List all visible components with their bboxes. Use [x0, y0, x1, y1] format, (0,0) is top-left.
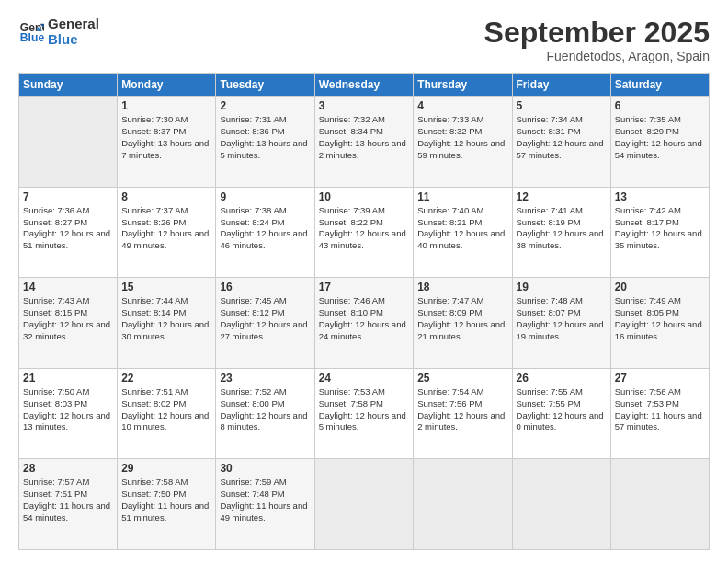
day-info: Sunrise: 7:41 AMSunset: 8:19 PMDaylight:… — [517, 205, 607, 252]
day-info: Sunrise: 7:30 AMSunset: 8:37 PMDaylight:… — [121, 114, 211, 161]
table-row: 11Sunrise: 7:40 AMSunset: 8:21 PMDayligh… — [414, 187, 512, 278]
day-info: Sunrise: 7:40 AMSunset: 8:21 PMDaylight:… — [417, 205, 507, 252]
day-number: 28 — [23, 462, 113, 475]
day-info: Sunrise: 7:34 AMSunset: 8:31 PMDaylight:… — [517, 114, 607, 161]
logo-blue: Blue — [48, 32, 99, 48]
day-info: Sunrise: 7:52 AMSunset: 8:00 PMDaylight:… — [220, 386, 310, 433]
day-number: 4 — [417, 99, 507, 112]
day-number: 10 — [319, 190, 410, 203]
day-number: 30 — [220, 462, 310, 475]
day-number: 13 — [615, 190, 705, 203]
weekday-header-row: Sunday Monday Tuesday Wednesday Thursday… — [19, 74, 710, 97]
table-row: 2Sunrise: 7:31 AMSunset: 8:36 PMDaylight… — [216, 97, 314, 188]
header-sunday: Sunday — [19, 74, 118, 97]
table-row: 15Sunrise: 7:44 AMSunset: 8:14 PMDayligh… — [118, 278, 216, 369]
day-info: Sunrise: 7:59 AMSunset: 7:48 PMDaylight:… — [220, 477, 310, 523]
day-info: Sunrise: 7:48 AMSunset: 8:07 PMDaylight:… — [517, 295, 607, 342]
table-row: 28Sunrise: 7:57 AMSunset: 7:51 PMDayligh… — [19, 459, 118, 550]
table-row: 5Sunrise: 7:34 AMSunset: 8:31 PMDaylight… — [512, 97, 610, 188]
day-number: 16 — [220, 281, 310, 293]
day-info: Sunrise: 7:56 AMSunset: 7:53 PMDaylight:… — [615, 386, 705, 433]
day-number: 1 — [121, 99, 211, 112]
day-number: 9 — [220, 190, 310, 203]
table-row: 1Sunrise: 7:30 AMSunset: 8:37 PMDaylight… — [118, 97, 216, 188]
day-info: Sunrise: 7:55 AMSunset: 7:55 PMDaylight:… — [517, 386, 607, 433]
table-row — [512, 459, 610, 550]
svg-text:Blue: Blue — [20, 31, 44, 44]
day-number: 7 — [23, 190, 113, 203]
day-info: Sunrise: 7:46 AMSunset: 8:10 PMDaylight:… — [319, 295, 410, 342]
day-number: 2 — [220, 99, 310, 112]
table-row: 24Sunrise: 7:53 AMSunset: 7:58 PMDayligh… — [314, 368, 414, 459]
header-monday: Monday — [118, 74, 216, 97]
logo-icon: General Blue — [18, 19, 44, 45]
day-number: 6 — [615, 99, 705, 112]
day-number: 23 — [220, 372, 310, 385]
table-row: 13Sunrise: 7:42 AMSunset: 8:17 PMDayligh… — [610, 187, 709, 278]
calendar-week-row: 14Sunrise: 7:43 AMSunset: 8:15 PMDayligh… — [19, 278, 710, 369]
logo: General Blue General Blue — [18, 17, 99, 47]
day-info: Sunrise: 7:38 AMSunset: 8:24 PMDaylight:… — [220, 205, 310, 252]
calendar-page: General Blue General Blue September 2025… — [0, 0, 728, 563]
header-thursday: Thursday — [414, 74, 512, 97]
day-info: Sunrise: 7:58 AMSunset: 7:50 PMDaylight:… — [121, 477, 211, 523]
table-row: 25Sunrise: 7:54 AMSunset: 7:56 PMDayligh… — [414, 368, 512, 459]
table-row: 8Sunrise: 7:37 AMSunset: 8:26 PMDaylight… — [118, 187, 216, 278]
header-tuesday: Tuesday — [216, 74, 314, 97]
table-row: 29Sunrise: 7:58 AMSunset: 7:50 PMDayligh… — [118, 459, 216, 550]
header-friday: Friday — [512, 74, 610, 97]
day-info: Sunrise: 7:43 AMSunset: 8:15 PMDaylight:… — [23, 295, 113, 342]
header-saturday: Saturday — [610, 74, 709, 97]
table-row: 16Sunrise: 7:45 AMSunset: 8:12 PMDayligh… — [216, 278, 314, 369]
table-row: 18Sunrise: 7:47 AMSunset: 8:09 PMDayligh… — [414, 278, 512, 369]
day-info: Sunrise: 7:42 AMSunset: 8:17 PMDaylight:… — [615, 205, 705, 252]
table-row: 14Sunrise: 7:43 AMSunset: 8:15 PMDayligh… — [19, 278, 118, 369]
day-info: Sunrise: 7:54 AMSunset: 7:56 PMDaylight:… — [417, 386, 507, 433]
day-info: Sunrise: 7:57 AMSunset: 7:51 PMDaylight:… — [23, 477, 113, 523]
day-number: 20 — [615, 281, 705, 293]
day-number: 27 — [615, 372, 705, 385]
table-row: 20Sunrise: 7:49 AMSunset: 8:05 PMDayligh… — [610, 278, 709, 369]
table-row — [414, 459, 512, 550]
table-row: 9Sunrise: 7:38 AMSunset: 8:24 PMDaylight… — [216, 187, 314, 278]
logo-general: General — [48, 17, 99, 32]
calendar-week-row: 21Sunrise: 7:50 AMSunset: 8:03 PMDayligh… — [19, 368, 710, 459]
header: General Blue General Blue September 2025… — [18, 17, 710, 63]
day-info: Sunrise: 7:33 AMSunset: 8:32 PMDaylight:… — [417, 114, 507, 161]
day-number: 22 — [121, 372, 211, 385]
day-number: 29 — [121, 462, 211, 475]
table-row: 3Sunrise: 7:32 AMSunset: 8:34 PMDaylight… — [314, 97, 414, 188]
table-row: 10Sunrise: 7:39 AMSunset: 8:22 PMDayligh… — [314, 187, 414, 278]
day-number: 21 — [23, 372, 113, 385]
table-row: 23Sunrise: 7:52 AMSunset: 8:00 PMDayligh… — [216, 368, 314, 459]
table-row: 30Sunrise: 7:59 AMSunset: 7:48 PMDayligh… — [216, 459, 314, 550]
day-info: Sunrise: 7:45 AMSunset: 8:12 PMDaylight:… — [220, 295, 310, 342]
day-info: Sunrise: 7:36 AMSunset: 8:27 PMDaylight:… — [23, 205, 113, 252]
month-title: September 2025 — [484, 17, 710, 49]
day-number: 15 — [121, 281, 211, 293]
day-info: Sunrise: 7:39 AMSunset: 8:22 PMDaylight:… — [319, 205, 410, 252]
table-row: 4Sunrise: 7:33 AMSunset: 8:32 PMDaylight… — [414, 97, 512, 188]
day-info: Sunrise: 7:53 AMSunset: 7:58 PMDaylight:… — [319, 386, 410, 433]
table-row: 21Sunrise: 7:50 AMSunset: 8:03 PMDayligh… — [19, 368, 118, 459]
table-row: 12Sunrise: 7:41 AMSunset: 8:19 PMDayligh… — [512, 187, 610, 278]
day-number: 11 — [417, 190, 507, 203]
day-info: Sunrise: 7:32 AMSunset: 8:34 PMDaylight:… — [319, 114, 410, 161]
table-row: 17Sunrise: 7:46 AMSunset: 8:10 PMDayligh… — [314, 278, 414, 369]
calendar-week-row: 28Sunrise: 7:57 AMSunset: 7:51 PMDayligh… — [19, 459, 710, 550]
table-row: 22Sunrise: 7:51 AMSunset: 8:02 PMDayligh… — [118, 368, 216, 459]
table-row: 26Sunrise: 7:55 AMSunset: 7:55 PMDayligh… — [512, 368, 610, 459]
day-number: 12 — [517, 190, 607, 203]
day-info: Sunrise: 7:31 AMSunset: 8:36 PMDaylight:… — [220, 114, 310, 161]
day-info: Sunrise: 7:47 AMSunset: 8:09 PMDaylight:… — [417, 295, 507, 342]
day-number: 26 — [517, 372, 607, 385]
table-row: 6Sunrise: 7:35 AMSunset: 8:29 PMDaylight… — [610, 97, 709, 188]
table-row — [610, 459, 709, 550]
calendar-week-row: 7Sunrise: 7:36 AMSunset: 8:27 PMDaylight… — [19, 187, 710, 278]
day-number: 19 — [517, 281, 607, 293]
calendar-table: Sunday Monday Tuesday Wednesday Thursday… — [18, 73, 710, 550]
day-number: 24 — [319, 372, 410, 385]
table-row — [19, 97, 118, 188]
table-row — [314, 459, 414, 550]
day-number: 18 — [417, 281, 507, 293]
